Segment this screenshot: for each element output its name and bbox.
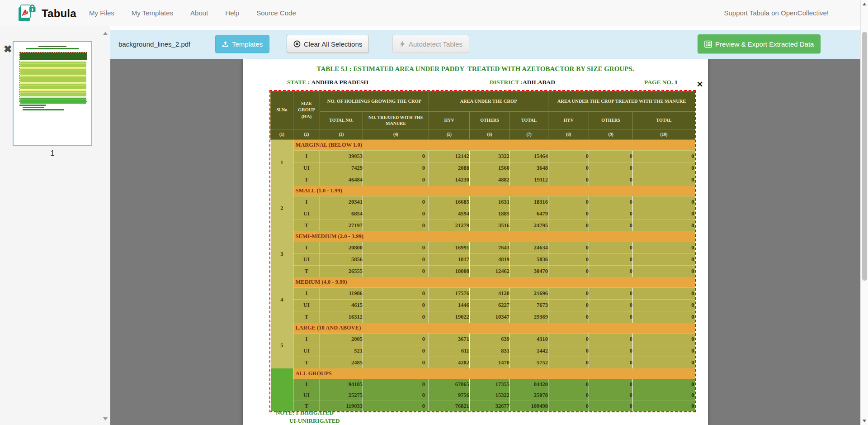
group-label-row: 2SMALL (1.0 - 1.99) bbox=[271, 186, 695, 196]
value-cell: 5856 bbox=[320, 254, 363, 266]
value-cell: 0 bbox=[363, 345, 429, 357]
value-cell: 0 bbox=[589, 401, 633, 412]
thumbnail-decoration bbox=[20, 73, 86, 74]
preview-export-button[interactable]: Preview & Export Extracted Data bbox=[698, 34, 821, 53]
window-scrollbar bbox=[860, 0, 868, 425]
col-number: (2) bbox=[293, 129, 320, 140]
scrollbar-thumb[interactable] bbox=[862, 32, 867, 281]
value-cell: 20341 bbox=[320, 196, 363, 208]
value-cell: 0 bbox=[548, 174, 589, 186]
value-cell: 0 bbox=[548, 390, 589, 401]
value-cell: 521 bbox=[320, 345, 363, 357]
value-cell: 831 bbox=[470, 345, 510, 357]
row-type-cell: I bbox=[293, 196, 320, 208]
thumbnail-page-number: 1 bbox=[13, 149, 92, 158]
scroll-up-icon[interactable] bbox=[863, 3, 866, 5]
value-cell: 0 bbox=[633, 196, 695, 208]
pdf-page[interactable]: TABLE 5J : ESTIMATED AREA UNDER PADDY TR… bbox=[243, 59, 708, 425]
value-cell: 0 bbox=[548, 151, 589, 162]
slno-cell: 3 bbox=[271, 231, 293, 277]
brand[interactable]: Tabula bbox=[18, 4, 76, 24]
value-cell: 18316 bbox=[510, 196, 548, 208]
table-row: T265550180081246230470000 bbox=[271, 266, 695, 277]
sidebar-scroll-up-icon[interactable] bbox=[103, 32, 108, 35]
nav-link-about[interactable]: About bbox=[182, 0, 217, 26]
row-type-cell: I bbox=[293, 151, 320, 162]
row-type-cell: UI bbox=[293, 390, 320, 401]
row-type-cell: T bbox=[293, 357, 320, 369]
group-label-cell: MEDIUM (4.0 - 9.99) bbox=[293, 277, 695, 288]
value-cell: 0 bbox=[363, 300, 429, 311]
brand-title[interactable]: Tabula bbox=[42, 7, 76, 20]
value-cell: 17355 bbox=[470, 379, 510, 390]
value-cell: 4819 bbox=[470, 254, 510, 266]
preview-export-label: Preview & Export Extracted Data bbox=[715, 40, 814, 48]
value-cell: 0 bbox=[548, 162, 589, 174]
delete-page-icon[interactable]: ✖ bbox=[4, 44, 12, 54]
value-cell: 12462 bbox=[470, 266, 510, 277]
value-cell: 0 bbox=[363, 242, 429, 254]
toolbar: background_lines_2.pdf Templates bbox=[110, 30, 860, 59]
table-row: UI74290208815603648000 bbox=[271, 162, 695, 174]
value-cell: 0 bbox=[363, 174, 429, 186]
pdf-table-head: Sl.No SIZE GROUP (HA) NO. OF HOLDINGS GR… bbox=[271, 91, 695, 140]
value-cell: 16991 bbox=[429, 242, 470, 254]
value-cell: 19022 bbox=[429, 311, 470, 323]
value-cell: 20800 bbox=[320, 242, 363, 254]
nav-link-help[interactable]: Help bbox=[217, 0, 248, 26]
value-cell: 0 bbox=[363, 334, 429, 345]
table-selection-area[interactable]: Sl.No SIZE GROUP (HA) NO. OF HOLDINGS GR… bbox=[270, 91, 695, 411]
table-row: I941850670651735584420000 bbox=[271, 379, 695, 390]
slno-cell bbox=[271, 368, 293, 411]
thumbnail-minitable bbox=[19, 52, 87, 102]
value-cell: 21696 bbox=[510, 288, 548, 300]
table-row: T46484014230488219112000 bbox=[271, 174, 695, 186]
thumbnail-decoration bbox=[20, 80, 86, 81]
autodetect-tables-button[interactable]: Autodetect Tables bbox=[392, 35, 469, 53]
nav-link-source-code[interactable]: Source Code bbox=[248, 0, 305, 26]
value-cell: 639 bbox=[470, 334, 510, 345]
value-cell: 0 bbox=[633, 357, 695, 369]
value-cell: 0 bbox=[633, 254, 695, 266]
value-cell: 5752 bbox=[510, 357, 548, 369]
value-cell: 4120 bbox=[470, 288, 510, 300]
value-cell: 0 bbox=[589, 379, 633, 390]
sidebar-scroll-down-icon[interactable] bbox=[103, 417, 108, 420]
thumbnail-decoration bbox=[19, 105, 46, 106]
page-thumbnail[interactable] bbox=[13, 41, 92, 146]
value-cell: 0 bbox=[363, 151, 429, 162]
table-row: UI68540459418856479000 bbox=[271, 208, 695, 220]
value-cell: 0 bbox=[589, 345, 633, 357]
templates-button-label: Templates bbox=[232, 40, 263, 48]
table-row: UI46150144662277673000 bbox=[271, 300, 695, 311]
value-cell: 3322 bbox=[470, 151, 510, 162]
col-header: TOTAL NO. bbox=[320, 112, 363, 129]
table-row: I20800016991764324634000 bbox=[271, 242, 695, 254]
value-cell: 9756 bbox=[429, 390, 470, 401]
col-header: AREA UNDER THE CROP bbox=[429, 91, 548, 112]
value-cell: 0 bbox=[633, 162, 695, 174]
value-cell: 67065 bbox=[429, 379, 470, 390]
value-cell: 1631 bbox=[470, 196, 510, 208]
value-cell: 0 bbox=[589, 208, 633, 220]
value-cell: 39053 bbox=[320, 151, 363, 162]
value-cell: 7429 bbox=[320, 162, 363, 174]
nav-link-my-templates[interactable]: My Templates bbox=[123, 0, 182, 26]
value-cell: 0 bbox=[589, 311, 633, 323]
row-type-cell: UI bbox=[293, 345, 320, 357]
col-header: OTHERS bbox=[470, 112, 510, 129]
scroll-down-icon[interactable] bbox=[863, 420, 866, 422]
nav-link-my-files[interactable]: My Files bbox=[80, 0, 123, 26]
value-cell: 0 bbox=[589, 288, 633, 300]
clear-all-selections-button[interactable]: Clear All Selections bbox=[287, 35, 369, 53]
templates-button[interactable]: Templates bbox=[215, 35, 269, 53]
value-cell: 25275 bbox=[320, 390, 363, 401]
value-cell: 2005 bbox=[320, 334, 363, 345]
value-cell: 15464 bbox=[510, 151, 548, 162]
document-filename: background_lines_2.pdf bbox=[118, 30, 190, 59]
support-link[interactable]: Support Tabula on OpenCollective! bbox=[724, 0, 829, 26]
selection-close-icon[interactable]: ✕ bbox=[697, 81, 703, 88]
value-cell: 0 bbox=[363, 311, 429, 323]
main-content: background_lines_2.pdf Templates bbox=[110, 26, 860, 425]
value-cell: 0 bbox=[363, 162, 429, 174]
